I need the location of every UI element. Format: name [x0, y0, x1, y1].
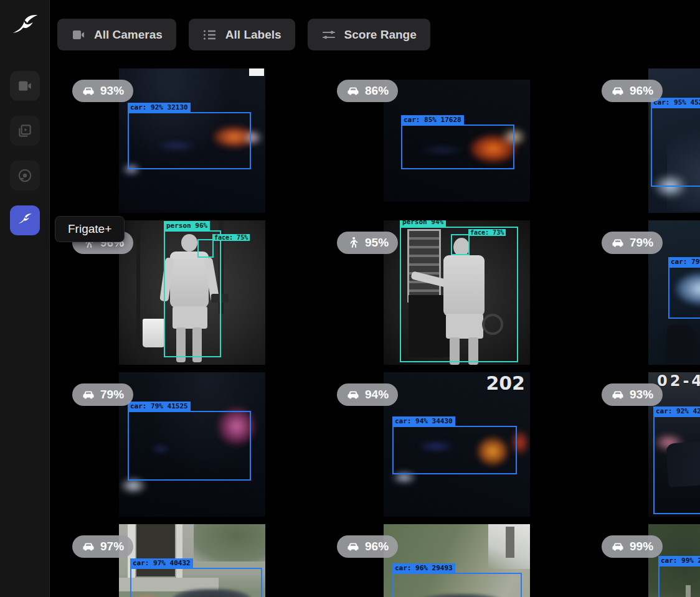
detections-grid: 93% car: 92% 32130 86% car: 85% 17628 — [60, 65, 700, 597]
sliders-icon — [321, 27, 336, 42]
detection-card[interactable]: 99% car: 99% 25 — [589, 520, 700, 597]
detection-card[interactable]: 79% car: 79% 41525 — [60, 369, 324, 520]
car-icon — [82, 388, 95, 402]
camera-timestamp: 202 — [486, 372, 525, 394]
sidebar-item-export[interactable] — [10, 161, 40, 190]
detection-card[interactable]: 93% 02-4 03 0 car: 92% 4216 — [589, 369, 700, 520]
score-value: 97% — [100, 540, 124, 553]
camera-timestamp: 02-4 03 0 — [657, 372, 700, 390]
camera-icon — [17, 78, 33, 94]
detection-thumbnail: car: 92% 32130 — [119, 68, 265, 213]
score-badge: 99% — [602, 535, 663, 558]
filter-toolbar: All Cameras All Labels Score Range — [57, 19, 430, 50]
sidebar — [0, 0, 50, 597]
box-label: car: 96% 29493 — [392, 563, 455, 573]
detection-card[interactable]: 96% car: 95% 45260 — [589, 65, 700, 217]
score-value: 96% — [630, 84, 653, 98]
box-label: car: 79% 41525 — [128, 402, 191, 411]
score-value: 93% — [630, 388, 653, 402]
car-icon — [346, 84, 360, 98]
score-badge: 79% — [602, 232, 663, 254]
detection-thumbnail: car: 99% 25 — [648, 524, 700, 597]
car-icon — [611, 84, 625, 98]
detection-card[interactable]: 95% person 94% face: 73% — [324, 217, 589, 369]
detection-card[interactable]: 79% car: 79% — [589, 217, 700, 369]
car-bounding-box: car: 79% — [668, 266, 700, 319]
car-bounding-box: car: 92% 32130 — [128, 112, 251, 169]
car-icon — [611, 236, 625, 250]
score-value: 94% — [365, 388, 389, 402]
box-label: car: 79% — [668, 257, 700, 266]
all-labels-label: All Labels — [225, 28, 281, 42]
detection-thumbnail: 202 car: 94% 34430 — [384, 372, 530, 517]
car-icon — [346, 388, 360, 402]
car-bounding-box: car: 95% 45260 — [651, 107, 700, 187]
detection-card[interactable]: 94% 202 car: 94% 34430 — [324, 369, 589, 520]
sidebar-nav — [10, 71, 40, 235]
detection-thumbnail: car: 85% 17628 — [384, 80, 530, 202]
export-disc-icon — [17, 167, 33, 184]
box-label: car: 92% 4216 — [653, 407, 700, 416]
car-bounding-box: car: 94% 34430 — [392, 426, 517, 474]
car-icon — [82, 84, 95, 98]
score-value: 99% — [630, 540, 653, 553]
score-badge: 86% — [337, 80, 398, 102]
score-badge: 95% — [337, 232, 398, 254]
score-badge: 79% — [72, 383, 133, 406]
car-bounding-box: car: 92% 4216 — [653, 416, 700, 514]
box-label: person 96% — [164, 221, 210, 230]
score-badge: 97% — [72, 535, 133, 558]
detection-thumbnail: car: 97% 40432 — [119, 524, 265, 597]
car-bounding-box: car: 85% 17628 — [401, 125, 514, 169]
detection-thumbnail: car: 96% 29493 — [384, 524, 530, 597]
person-icon — [346, 236, 360, 250]
car-icon — [611, 388, 625, 402]
detection-card[interactable]: 96% car: 96% 29493 — [324, 520, 589, 597]
score-value: 79% — [100, 388, 124, 402]
detection-thumbnail: person 94% face: 73% — [384, 220, 530, 365]
frigate-plus-icon — [17, 212, 33, 228]
box-label: car: 92% 32130 — [128, 103, 191, 112]
car-bounding-box: car: 79% 41525 — [128, 411, 251, 481]
score-value: 93% — [100, 84, 124, 98]
score-badge: 94% — [337, 383, 398, 406]
sidebar-item-frigate-plus[interactable] — [10, 205, 40, 235]
score-badge: 93% — [72, 80, 133, 102]
box-label: car: 94% 34430 — [392, 416, 455, 426]
box-label: car: 85% 17628 — [401, 115, 464, 125]
all-cameras-label: All Cameras — [94, 28, 163, 42]
score-value: 86% — [365, 84, 389, 98]
box-label: car: 97% 40432 — [130, 558, 193, 568]
camera-icon — [71, 27, 86, 42]
sidebar-item-live[interactable] — [10, 71, 40, 101]
car-bounding-box: car: 97% 40432 — [130, 568, 262, 597]
face-bounding-box — [197, 239, 214, 258]
frigate-bird-logo — [10, 12, 40, 42]
car-icon — [346, 540, 360, 553]
all-cameras-button[interactable]: All Cameras — [57, 19, 176, 50]
frigate-plus-tooltip: Frigate+ — [55, 216, 125, 242]
score-badge: 96% — [337, 535, 398, 558]
detection-card[interactable]: 93% car: 92% 32130 — [60, 65, 324, 217]
face-label: face: 73% — [468, 229, 506, 236]
detection-card[interactable]: 97% car: 97% 40432 — [60, 520, 324, 597]
detection-thumbnail: person 96% face: 75% — [119, 220, 265, 365]
box-label: person 94% — [400, 220, 446, 227]
labels-list-icon — [202, 27, 217, 42]
car-bounding-box: car: 96% 29493 — [392, 573, 522, 597]
face-label: face: 75% — [212, 234, 250, 241]
score-value: 95% — [365, 236, 389, 250]
detection-thumbnail: car: 79% 41525 — [119, 372, 265, 517]
score-badge: 96% — [602, 80, 663, 102]
review-icon — [17, 123, 33, 139]
car-icon — [82, 540, 95, 553]
score-value: 96% — [365, 540, 389, 553]
car-bounding-box: car: 99% 25 — [658, 565, 700, 597]
score-value: 79% — [630, 236, 653, 250]
score-range-button[interactable]: Score Range — [308, 19, 430, 50]
score-range-label: Score Range — [344, 28, 417, 42]
all-labels-button[interactable]: All Labels — [189, 19, 295, 50]
detection-card[interactable]: 86% car: 85% 17628 — [324, 65, 589, 217]
sidebar-item-review[interactable] — [10, 116, 40, 146]
car-icon — [611, 540, 625, 553]
